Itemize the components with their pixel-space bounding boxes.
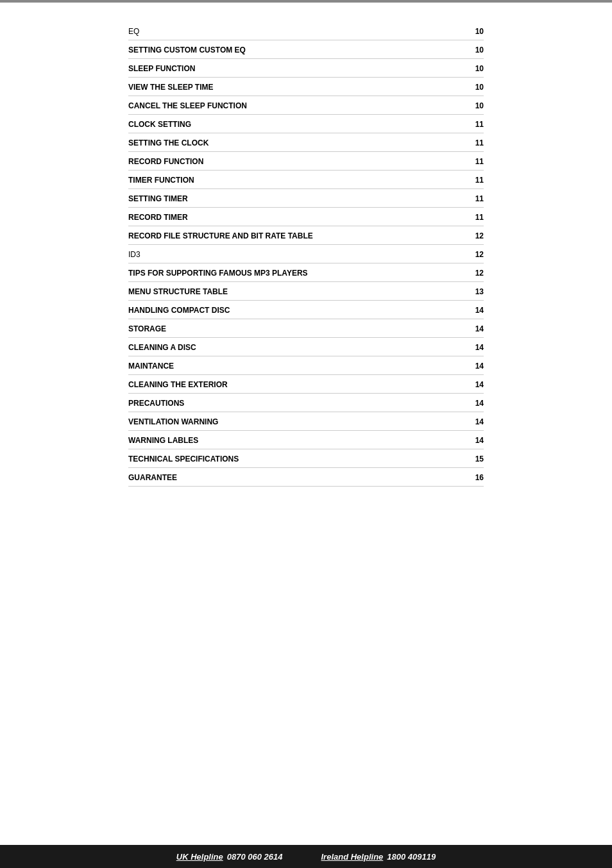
toc-title: TIPS FOR SUPPORTING FAMOUS MP3 PLAYERS [128, 263, 448, 282]
ireland-helpline-number: 1800 409119 [387, 852, 436, 862]
toc-page: 14 [448, 319, 484, 338]
toc-row: CLOCK SETTING11 [128, 115, 484, 133]
toc-row: HANDLING COMPACT DISC14 [128, 301, 484, 319]
toc-row: TIMER FUNCTION11 [128, 171, 484, 189]
toc-page: 11 [448, 115, 484, 133]
toc-row: CANCEL THE SLEEP FUNCTION10 [128, 96, 484, 115]
toc-page: 11 [448, 189, 484, 208]
toc-row: SETTING TIMER11 [128, 189, 484, 208]
toc-title: CLEANING A DISC [128, 338, 448, 356]
toc-row: GUARANTEE16 [128, 468, 484, 487]
toc-row: CLEANING THE EXTERIOR14 [128, 375, 484, 394]
toc-title: ID3 [128, 245, 448, 263]
toc-page: 14 [448, 301, 484, 319]
toc-title: PRECAUTIONS [128, 394, 448, 412]
toc-row: SETTING CUSTOM CUSTOM EQ10 [128, 40, 484, 59]
toc-title: SLEEP FUNCTION [128, 59, 448, 78]
toc-row: RECORD FILE STRUCTURE AND BIT RATE TABLE… [128, 226, 484, 245]
toc-row: ID312 [128, 245, 484, 263]
toc-page: 10 [448, 96, 484, 115]
toc-page: 11 [448, 152, 484, 171]
toc-page: 12 [448, 245, 484, 263]
toc-row: MENU STRUCTURE TABLE13 [128, 282, 484, 301]
toc-title: SETTING CUSTOM CUSTOM EQ [128, 40, 448, 59]
toc-table: EQ10SETTING CUSTOM CUSTOM EQ10SLEEP FUNC… [128, 22, 484, 487]
toc-page: 14 [448, 356, 484, 375]
toc-page: 14 [448, 338, 484, 356]
toc-page: 10 [448, 22, 484, 40]
uk-helpline-label: UK Helpline [176, 852, 223, 862]
toc-row: PRECAUTIONS14 [128, 394, 484, 412]
toc-row: RECORD FUNCTION11 [128, 152, 484, 171]
toc-title: STORAGE [128, 319, 448, 338]
toc-title: MAINTANCE [128, 356, 448, 375]
toc-page: 16 [448, 468, 484, 487]
toc-page: 10 [448, 59, 484, 78]
main-content: EQ10SETTING CUSTOM CUSTOM EQ10SLEEP FUNC… [0, 3, 612, 845]
toc-row: WARNING LABLES14 [128, 431, 484, 449]
toc-title: MENU STRUCTURE TABLE [128, 282, 448, 301]
toc-page: 14 [448, 412, 484, 431]
toc-page: 13 [448, 282, 484, 301]
toc-page: 11 [448, 133, 484, 152]
toc-row: CLEANING A DISC14 [128, 338, 484, 356]
ireland-helpline: Ireland Helpline 1800 409119 [321, 852, 436, 862]
toc-title: HANDLING COMPACT DISC [128, 301, 448, 319]
toc-title: SETTING TIMER [128, 189, 448, 208]
toc-title: CLEANING THE EXTERIOR [128, 375, 448, 394]
toc-title: RECORD TIMER [128, 208, 448, 226]
toc-title: RECORD FUNCTION [128, 152, 448, 171]
toc-title: TECHNICAL SPECIFICATIONS [128, 449, 448, 468]
toc-title: WARNING LABLES [128, 431, 448, 449]
toc-row: VIEW THE SLEEP TIME10 [128, 78, 484, 96]
toc-page: 14 [448, 394, 484, 412]
toc-page: 14 [448, 375, 484, 394]
uk-helpline: UK Helpline 0870 060 2614 [176, 852, 283, 862]
toc-title: SETTING THE CLOCK [128, 133, 448, 152]
toc-title: CLOCK SETTING [128, 115, 448, 133]
toc-page: 10 [448, 78, 484, 96]
toc-page: 11 [448, 208, 484, 226]
toc-row: SETTING THE CLOCK11 [128, 133, 484, 152]
toc-page: 10 [448, 40, 484, 59]
toc-title: TIMER FUNCTION [128, 171, 448, 189]
toc-row: SLEEP FUNCTION10 [128, 59, 484, 78]
toc-title: EQ [128, 22, 448, 40]
uk-helpline-number: 0870 060 2614 [227, 852, 283, 862]
toc-page: 14 [448, 431, 484, 449]
toc-page: 15 [448, 449, 484, 468]
toc-row: STORAGE14 [128, 319, 484, 338]
toc-title: RECORD FILE STRUCTURE AND BIT RATE TABLE [128, 226, 448, 245]
toc-row: TECHNICAL SPECIFICATIONS15 [128, 449, 484, 468]
footer: UK Helpline 0870 060 2614 Ireland Helpli… [0, 845, 612, 868]
toc-row: VENTILATION WARNING14 [128, 412, 484, 431]
toc-page: 12 [448, 226, 484, 245]
toc-page: 11 [448, 171, 484, 189]
toc-row: TIPS FOR SUPPORTING FAMOUS MP3 PLAYERS12 [128, 263, 484, 282]
toc-title: VENTILATION WARNING [128, 412, 448, 431]
toc-row: EQ10 [128, 22, 484, 40]
toc-title: VIEW THE SLEEP TIME [128, 78, 448, 96]
toc-row: MAINTANCE14 [128, 356, 484, 375]
toc-row: RECORD TIMER11 [128, 208, 484, 226]
toc-title: GUARANTEE [128, 468, 448, 487]
toc-page: 12 [448, 263, 484, 282]
ireland-helpline-label: Ireland Helpline [321, 852, 384, 862]
toc-title: CANCEL THE SLEEP FUNCTION [128, 96, 448, 115]
